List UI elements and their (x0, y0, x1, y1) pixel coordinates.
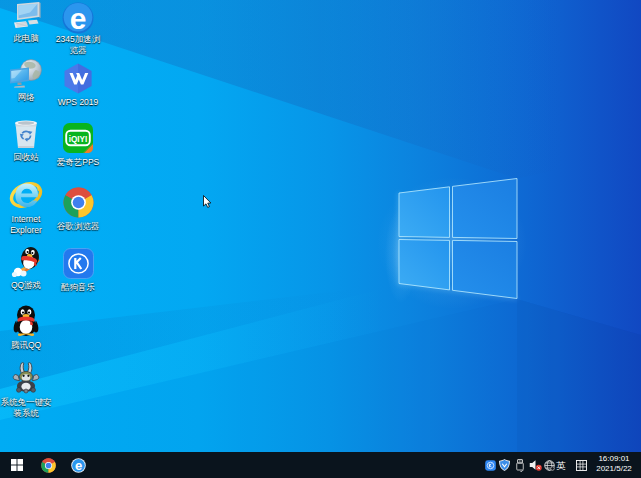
svg-text:e: e (75, 458, 82, 473)
svg-text:iQIYI: iQIYI (69, 135, 88, 144)
svg-text:e: e (70, 2, 87, 34)
